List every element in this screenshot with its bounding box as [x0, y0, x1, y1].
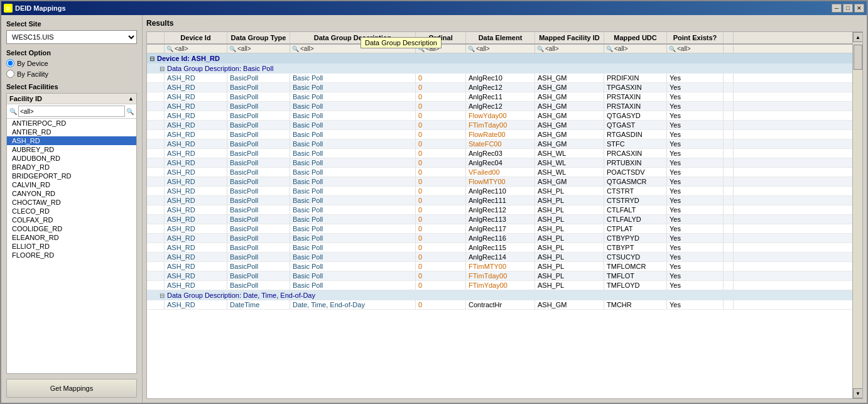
maximize-button[interactable]: □	[843, 4, 853, 13]
radio-by-facility-input[interactable]	[6, 70, 14, 78]
filter-ordinal[interactable]: 🔍 <all>	[416, 45, 466, 53]
table-row[interactable]: ASH_RD BasicPoll Basic Poll 0 FTimYday00…	[147, 281, 862, 290]
cell-scroll	[724, 139, 734, 148]
cell-point-exists: Yes	[667, 149, 724, 158]
close-button[interactable]: ✕	[854, 4, 864, 13]
facility-item[interactable]: CALVIN_RD	[7, 180, 136, 189]
minimize-button[interactable]: ─	[832, 4, 842, 13]
table-row[interactable]: ASH_RD BasicPoll Basic Poll 0 AnlgRec10 …	[147, 74, 862, 83]
main-window: D DEID Mappings ─ □ ✕ Select Site WESC15…	[0, 0, 868, 404]
table-row[interactable]: ASH_RD BasicPoll Basic Poll 0 AnlgRec11 …	[147, 92, 862, 102]
filter-data-element[interactable]: 🔍 <all>	[466, 45, 535, 53]
facility-item[interactable]: CANYON_RD	[7, 189, 136, 198]
cell-mapped-fac: ASH_GM	[535, 177, 604, 186]
table-row[interactable]: ASH_RD BasicPoll Basic Poll 0 AnlgRec04 …	[147, 158, 862, 168]
table-row[interactable]: ASH_RD BasicPoll Basic Poll 0 AnlgRec116…	[147, 234, 862, 243]
cell-expand	[147, 271, 165, 280]
facility-search-input[interactable]	[18, 106, 125, 117]
table-row[interactable]: ASH_RD BasicPoll Basic Poll 0 AnlgRec115…	[147, 243, 862, 253]
table-row[interactable]: ASH_RD BasicPoll Basic Poll 0 StateFC00 …	[147, 139, 862, 149]
table-row[interactable]: ASH_RD BasicPoll Basic Poll 0 AnlgRec03 …	[147, 149, 862, 158]
facility-item[interactable]: ASH_RD	[7, 136, 136, 145]
table-row[interactable]: ASH_RD BasicPoll Basic Poll 0 AnlgRec113…	[147, 215, 862, 224]
vertical-scrollbar[interactable]: ▲ ▼	[852, 32, 862, 398]
facility-item[interactable]: BRIDGEPORT_RD	[7, 172, 136, 180]
table-row[interactable]: ASH_RD BasicPoll Basic Poll 0 AnlgRec112…	[147, 205, 862, 215]
collapse-icon-device[interactable]: ⊟	[149, 55, 155, 62]
table-row[interactable]: ASH_RD BasicPoll Basic Poll 0 VFailed00 …	[147, 168, 862, 177]
facility-item[interactable]: ANTIER_RD	[7, 128, 136, 136]
filter-point-exists[interactable]: 🔍 <all>	[667, 45, 724, 53]
cell-mapped-fac: ASH_GM	[535, 300, 604, 309]
col-dg-desc: Data Group Description	[290, 32, 416, 43]
col-mapped-fac: Mapped Facility ID	[535, 32, 604, 43]
facility-item[interactable]: ANTIERPOC_RD	[7, 119, 136, 128]
cell-dg-desc: Basic Poll	[290, 177, 416, 186]
facility-item[interactable]: COLFAX_RD	[7, 216, 136, 224]
cell-point-exists: Yes	[667, 215, 724, 224]
col-dg-type: Data Group Type	[227, 32, 290, 43]
cell-dg-desc: Basic Poll	[290, 224, 416, 233]
radio-by-device[interactable]: By Device	[6, 59, 137, 67]
dg-group-row-datetime[interactable]: ⊟ Data Group Description: Date, Time, En…	[147, 290, 862, 300]
filter-device-id[interactable]: 🔍 <all>	[165, 45, 227, 53]
facility-item[interactable]: BRADY_RD	[7, 163, 136, 172]
table-row[interactable]: ASH_RD BasicPoll Basic Poll 0 AnlgRec12 …	[147, 83, 862, 92]
cell-mapped-udc: TMFLOT	[604, 271, 667, 280]
scroll-track[interactable]	[853, 42, 862, 388]
table-row[interactable]: ASH_RD BasicPoll Basic Poll 0 FlowYday00…	[147, 111, 862, 121]
facilities-scroll-up[interactable]: ▲	[128, 96, 134, 102]
cell-device-id: ASH_RD	[165, 121, 227, 129]
table-row[interactable]: ASH_RD BasicPoll Basic Poll 0 FTimTday00…	[147, 271, 862, 281]
facility-item[interactable]: COOLIDGE_RD	[7, 224, 136, 233]
filter-dg-type[interactable]: 🔍 <all>	[227, 45, 290, 53]
table-row[interactable]: ASH_RD BasicPoll Basic Poll 0 AnlgRec111…	[147, 196, 862, 205]
scroll-up-btn[interactable]: ▲	[853, 32, 863, 42]
table-row[interactable]: ASH_RD BasicPoll Basic Poll 0 FlowRate00…	[147, 130, 862, 139]
cell-mapped-fac: ASH_GM	[535, 121, 604, 129]
table-row[interactable]: ASH_RD BasicPoll Basic Poll 0 AnlgRec114…	[147, 253, 862, 262]
title-bar-left: D DEID Mappings	[4, 4, 66, 13]
collapse-icon-dg2[interactable]: ⊟	[160, 292, 165, 299]
scroll-thumb[interactable]	[854, 45, 862, 70]
table-row[interactable]: ASH_RD BasicPoll Basic Poll 0 AnlgRec110…	[147, 187, 862, 196]
cell-dg-desc: Basic Poll	[290, 196, 416, 205]
facility-item[interactable]: FLOORE_RD	[7, 251, 136, 259]
cell-expand	[147, 196, 165, 205]
cell-dg-desc: Basic Poll	[290, 74, 416, 82]
cell-device-id: ASH_RD	[165, 187, 227, 195]
facility-item[interactable]: AUDUBON_RD	[7, 154, 136, 163]
filter-dg-desc[interactable]: 🔍 <all>	[290, 45, 416, 53]
filter-mapped-udc[interactable]: 🔍 <all>	[604, 45, 667, 53]
facility-item[interactable]: CLECO_RD	[7, 207, 136, 216]
filter-point-exists-val: <all>	[677, 45, 691, 52]
cell-point-exists: Yes	[667, 187, 724, 195]
cell-point-exists: Yes	[667, 177, 724, 186]
cell-point-exists: Yes	[667, 262, 724, 271]
table-row[interactable]: ASH_RD BasicPoll Basic Poll 0 AnlgRec12 …	[147, 102, 862, 111]
cell-expand	[147, 187, 165, 195]
table-row[interactable]: ASH_RD DateTime Date, Time, End-of-Day 0…	[147, 300, 862, 310]
collapse-icon-dg[interactable]: ⊟	[160, 65, 165, 72]
radio-by-device-input[interactable]	[6, 59, 14, 67]
device-group-row[interactable]: ⊟ Device Id: ASH_RD	[147, 53, 862, 63]
facility-item[interactable]: CHOCTAW_RD	[7, 198, 136, 207]
cell-mapped-udc: CTBYPT	[604, 243, 667, 252]
filter-mapped-fac[interactable]: 🔍 <all>	[535, 45, 604, 53]
radio-by-facility[interactable]: By Facility	[6, 70, 137, 78]
get-mappings-button[interactable]: Get Mappings	[6, 379, 137, 398]
site-dropdown[interactable]: WESC15.UIS	[6, 30, 137, 44]
facility-item[interactable]: ELLIOT_RD	[7, 242, 136, 251]
facility-item[interactable]: AUBREY_RD	[7, 145, 136, 154]
scroll-down-btn[interactable]: ▼	[853, 388, 863, 398]
filter-row: 🔍 <all> 🔍 <all> 🔍 <all> 🔍 <all>	[147, 45, 862, 53]
table-row[interactable]: ASH_RD BasicPoll Basic Poll 0 AnlgRec117…	[147, 224, 862, 234]
cell-scroll	[724, 224, 734, 233]
table-row[interactable]: ASH_RD BasicPoll Basic Poll 0 FTimTday00…	[147, 121, 862, 130]
facility-item[interactable]: ELEANOR_RD	[7, 233, 136, 242]
table-row[interactable]: ASH_RD BasicPoll Basic Poll 0 FlowMTY00 …	[147, 177, 862, 187]
dg-group-row-basic-poll[interactable]: ⊟ Data Group Description: Basic Poll	[147, 63, 862, 74]
table-row[interactable]: ASH_RD BasicPoll Basic Poll 0 FTimMTY00 …	[147, 262, 862, 271]
cell-scroll	[724, 83, 734, 92]
filter-dg-type-val: <all>	[237, 45, 251, 52]
